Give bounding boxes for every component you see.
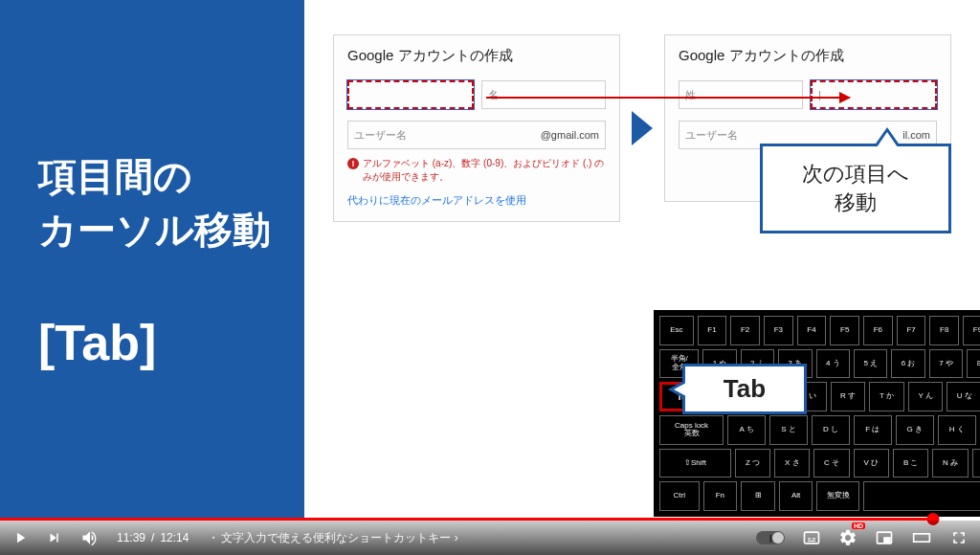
slide-right-area: Google アカウントの作成 名 ユーザー名 @gmail.com アルファベ… <box>304 0 980 521</box>
keyboard-key: F7 <box>897 316 926 345</box>
keyboard-key: Y ん <box>908 382 944 411</box>
player-controls: 11:39 / 12:14 文字入力で使える便利なショートカットキー ❚❚ HD <box>0 521 980 555</box>
keyboard-key: F4 <box>797 316 827 345</box>
transition-arrow-icon <box>632 111 653 145</box>
keyboard-key: ⊞ <box>741 481 775 511</box>
time-separator: / <box>151 531 154 544</box>
keyboard-key: T か <box>869 382 904 411</box>
keyboard-key: F6 <box>863 316 893 345</box>
alt-email-link: 代わりに現在のメールアドレスを使用 <box>347 193 606 208</box>
keyboard-key: 4 う <box>816 349 850 379</box>
keyboard-key: Z つ <box>735 449 770 478</box>
autoplay-toggle[interactable]: ❚❚ <box>756 531 785 544</box>
red-arrow-icon <box>486 97 850 99</box>
google-form-before: Google アカウントの作成 名 ユーザー名 @gmail.com アルファベ… <box>333 34 620 222</box>
form-title: Google アカウントの作成 <box>679 47 937 65</box>
hd-badge: HD <box>852 522 865 529</box>
username-input: ユーザー名 @gmail.com <box>347 121 606 149</box>
keyboard-diagram: Tab EscF1F2F3F4F5F6F7F8F9F10F11F12Prt Sc… <box>654 310 980 517</box>
time-current: 11:39 <box>117 531 145 544</box>
slide-title: 項目間の カーソル移動 <box>38 149 304 256</box>
firstname-input: 名 <box>481 80 606 109</box>
keyboard-key: Alt <box>779 481 813 511</box>
keyboard-row-1: EscF1F2F3F4F5F6F7F8F9F10F11F12Prt Sc Sys… <box>659 316 980 345</box>
next-button[interactable] <box>46 529 63 546</box>
keyboard-key: D し <box>812 415 850 445</box>
tab-key-callout: Tab <box>682 364 807 414</box>
keyboard-key: ⇧Shift <box>659 449 731 478</box>
keyboard-key: A ち <box>727 415 766 445</box>
username-placeholder: ユーザー名 <box>685 128 738 143</box>
slide-title-line1: 項目間の <box>38 155 192 197</box>
keyboard-key: N み <box>932 449 968 478</box>
keyboard-key: Caps lock 英数 <box>659 415 724 445</box>
keyboard-key: R す <box>831 382 866 411</box>
keyboard-key: 6 お <box>891 349 924 379</box>
keyboard-key: F5 <box>830 316 859 345</box>
lastname-input <box>347 80 474 109</box>
keyboard-key: U な <box>947 382 980 411</box>
keyboard-key: X さ <box>774 449 810 478</box>
time-display: 11:39 / 12:14 <box>117 531 189 544</box>
keyboard-key: Esc <box>659 316 694 345</box>
keyboard-key: M も <box>972 449 980 478</box>
error-text: アルファベット (a-z)、数字 (0-9)、およびピリオド (.) のみが使用… <box>347 157 606 184</box>
video-player-frame: 項目間の カーソル移動 [Tab] Google アカウントの作成 名 ユーザー… <box>0 0 980 555</box>
fullscreen-button[interactable] <box>949 528 969 547</box>
settings-button[interactable]: HD <box>838 528 858 547</box>
keyboard-key: C そ <box>813 449 849 478</box>
form-title: Google アカウントの作成 <box>347 47 606 65</box>
svg-rect-0 <box>805 532 819 544</box>
theater-button[interactable] <box>911 528 932 547</box>
subtitles-button[interactable] <box>802 528 821 547</box>
keyboard-row-6: CtrlFn⊞Alt無変換変換カタカナ ひらがな ローマ字CtrlPg Up↑P… <box>659 481 980 511</box>
keyboard-key: F2 <box>730 316 760 345</box>
chapter-title[interactable]: 文字入力で使える便利なショートカットキー <box>206 530 457 546</box>
next-field-callout: 次の項目へ 移動 <box>760 144 951 233</box>
slide-content: 項目間の カーソル移動 [Tab] Google アカウントの作成 名 ユーザー… <box>0 0 980 521</box>
slide-title-line2: カーソル移動 <box>38 209 271 251</box>
keyboard-key: Fn <box>703 481 738 511</box>
time-total: 12:14 <box>160 531 189 544</box>
play-button[interactable] <box>11 529 29 546</box>
svg-rect-2 <box>884 538 890 542</box>
keyboard-key: 7 や <box>929 349 963 379</box>
keyboard-key: F は <box>854 415 892 445</box>
keyboard-key <box>863 481 980 511</box>
keyboard-key: V ひ <box>854 449 889 478</box>
keyboard-key: F1 <box>698 316 727 345</box>
keyboard-key: G き <box>896 415 934 445</box>
keyboard-key: 5 え <box>854 349 887 379</box>
slide-left-panel: 項目間の カーソル移動 [Tab] <box>0 0 304 521</box>
keyboard-key: Ctrl <box>659 481 700 511</box>
keyboard-row-4: Caps lock 英数A ちS とD しF はG きH くJ まK のL り;… <box>659 415 980 445</box>
keyboard-key: 無変換 <box>816 481 859 511</box>
keyboard-key: F8 <box>929 316 959 345</box>
svg-rect-3 <box>914 534 930 542</box>
keyboard-key: F3 <box>764 316 793 345</box>
email-suffix: il.com <box>902 129 930 141</box>
keyboard-key: H く <box>938 415 976 445</box>
miniplayer-button[interactable] <box>875 528 894 547</box>
username-placeholder: ユーザー名 <box>354 128 407 143</box>
slide-tab-label: [Tab] <box>38 314 304 371</box>
keyboard-key: 8 ゆ <box>967 349 980 379</box>
keyboard-row-5: ⇧ShiftZ つX さC そV ひB こN みM も, ね. る/ め\ ろ⇧… <box>659 449 980 478</box>
keyboard-key: S と <box>769 415 808 445</box>
keyboard-key: B こ <box>893 449 928 478</box>
keyboard-key: F9 <box>963 316 980 345</box>
lastname-input: 姓 <box>679 80 803 109</box>
volume-button[interactable] <box>80 528 100 547</box>
firstname-input: | <box>811 80 937 109</box>
email-suffix: @gmail.com <box>541 129 599 141</box>
